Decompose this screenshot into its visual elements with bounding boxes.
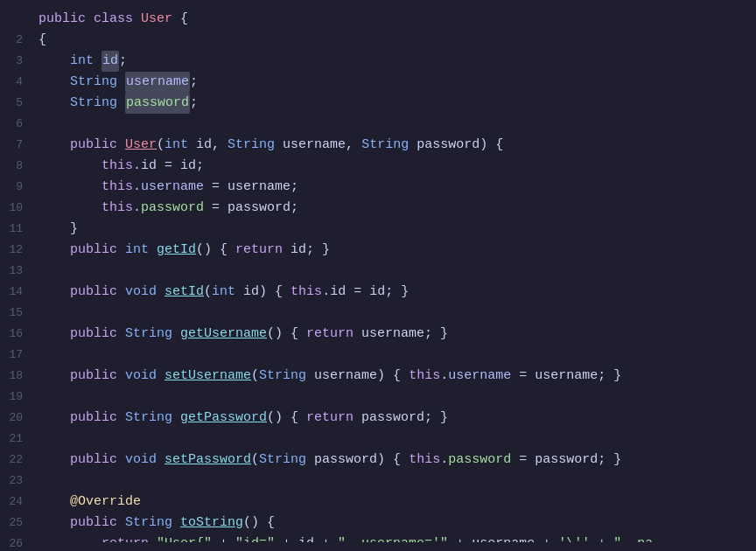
string-literal-2: "id=": [235, 534, 275, 542]
method-tostring: toString: [180, 513, 243, 534]
code-line: [38, 261, 746, 282]
keyword-public2: public: [70, 135, 125, 156]
this-password: password: [141, 198, 204, 219]
code-line: [38, 303, 746, 324]
code-line: public String getUsername () { return us…: [38, 324, 746, 345]
string-literal-1: "User{": [157, 534, 212, 542]
classname-user: User: [141, 9, 172, 30]
annotation-override: @Override: [70, 492, 141, 513]
code-line: [38, 471, 746, 492]
string-literal-4: '\'': [558, 534, 590, 542]
code-line: public void setPassword ( String passwor…: [38, 450, 746, 471]
setusername-field: username: [448, 366, 511, 387]
keyword-this2: this: [102, 177, 133, 198]
code-line: @Override: [38, 492, 746, 513]
method-getusername: getUsername: [180, 324, 267, 345]
code-line: [38, 429, 746, 450]
string-literal-5: ", pa: [613, 534, 653, 542]
keyword-public: public: [38, 9, 94, 30]
code-line: }: [38, 219, 746, 240]
method-setid: setId: [164, 282, 204, 303]
keyword-this: this: [102, 156, 133, 177]
code-line: public void setUsername ( String usernam…: [38, 366, 746, 387]
code-editor: 2 3 4 5 6 7 8 9 10 11 12 13 14 15 16 17 …: [0, 0, 756, 551]
method-getpassword: getPassword: [180, 408, 267, 429]
line-numbers: 2 3 4 5 6 7 8 9 10 11 12 13 14 15 16 17 …: [0, 9, 28, 542]
string-literal-3: ", username='": [338, 534, 448, 542]
code-line: this . username = username;: [38, 177, 746, 198]
code-line: return "User{" + "id=" + id + ", usernam…: [38, 534, 746, 542]
field-username: username: [125, 72, 190, 93]
code-line: [38, 345, 746, 366]
keyword-string: String: [70, 72, 125, 93]
code-line: this . password = password;: [38, 198, 746, 219]
keyword-this3: this: [102, 198, 133, 219]
code-line: public String getPassword () { return pa…: [38, 408, 746, 429]
constructor-user: User: [125, 135, 157, 156]
method-getid: getId: [157, 240, 196, 261]
field-id: id: [102, 51, 119, 72]
code-line: [38, 387, 746, 408]
code-line: String username ;: [38, 72, 746, 93]
method-setusername: setUsername: [164, 366, 251, 387]
code-line: public String toString () {: [38, 513, 746, 534]
keyword-class: class: [94, 9, 141, 30]
code-line: {: [38, 30, 746, 51]
code-line: public class User {: [38, 9, 746, 30]
code-line: public int getId () { return id; }: [38, 240, 746, 261]
setpassword-field: password: [448, 450, 511, 471]
this-username: username: [141, 177, 204, 198]
method-setpassword: setPassword: [164, 450, 251, 471]
code-line: [38, 114, 746, 135]
code-line: public User ( int id, String username, S…: [38, 135, 746, 156]
code-line: String password ;: [38, 93, 746, 114]
code-line: int id ;: [38, 51, 746, 72]
code-content: public class User { { int id ; String us…: [28, 9, 756, 542]
keyword-string2: String: [70, 93, 125, 114]
code-line: this .id = id;: [38, 156, 746, 177]
code-line: public void setId ( int id) { this .id =…: [38, 282, 746, 303]
keyword-int: int: [70, 51, 102, 72]
field-password: password: [125, 93, 190, 114]
